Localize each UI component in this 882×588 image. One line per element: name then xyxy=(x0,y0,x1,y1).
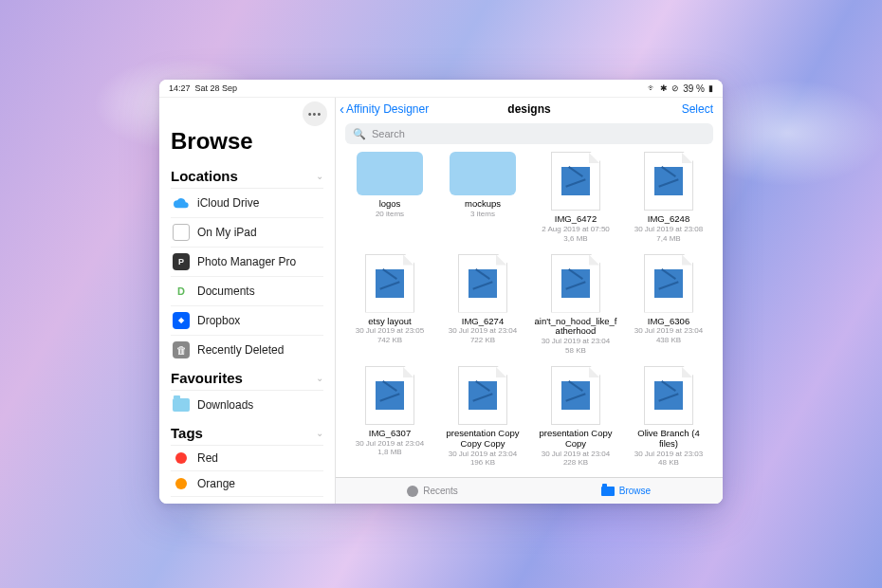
file-grid: logos 20 items mockups 3 items IMG_6472 … xyxy=(336,150,723,477)
back-button[interactable]: ‹ Affinity Designer xyxy=(340,101,429,116)
sidebar-tag-red[interactable]: Red xyxy=(171,446,323,471)
file-item[interactable]: Olive Branch (4 files) 30 Jul 2019 at 23… xyxy=(624,364,713,472)
affinity-icon xyxy=(654,269,683,298)
sidebar-item-label: Dropbox xyxy=(197,314,240,327)
item-size: 58 KB xyxy=(565,346,586,355)
sidebar-item-label: Orange xyxy=(197,477,235,490)
sidebar-item-label: Recently Deleted xyxy=(197,343,284,357)
item-date: 30 Jul 2019 at 23:04 xyxy=(356,439,425,449)
item-name: IMG_6274 xyxy=(462,317,504,327)
item-meta: 3 items xyxy=(470,210,495,219)
dropbox-icon: ⯁ xyxy=(173,312,190,329)
sidebar-item-downloads[interactable]: Downloads xyxy=(171,391,323,419)
item-date: 30 Jul 2019 at 23:04 xyxy=(634,326,704,336)
item-date: 30 Jul 2019 at 23:04 xyxy=(542,337,611,346)
item-date: 30 Jul 2019 at 23:05 xyxy=(356,326,425,336)
sidebar-tag-yellow[interactable]: Yellow xyxy=(171,497,323,504)
item-date: 30 Jul 2019 at 23:04 xyxy=(449,326,518,336)
item-date: 2 Aug 2019 at 07:50 xyxy=(542,225,610,234)
sidebar-item-recently-deleted[interactable]: 🗑 Recently Deleted xyxy=(171,336,323,364)
item-date: 30 Jul 2019 at 23:04 xyxy=(542,450,611,459)
item-size: 196 KB xyxy=(470,458,495,467)
sidebar-tag-orange[interactable]: Orange xyxy=(171,471,323,497)
folder-icon xyxy=(173,398,190,412)
item-name: IMG_6472 xyxy=(555,214,597,225)
file-item[interactable]: etsy layout 30 Jul 2019 at 23:05 742 KB xyxy=(345,252,434,360)
ipad-files-app: 14:27 Sat 28 Sep ᯤ ✱ ⊘ 39 % ▮ ••• Browse… xyxy=(159,80,723,504)
bottom-tab-bar: Recents Browse xyxy=(336,477,723,504)
sidebar-item-label: Downloads xyxy=(197,398,253,412)
tab-browse[interactable]: Browse xyxy=(529,478,723,504)
more-button[interactable]: ••• xyxy=(303,101,327,126)
battery-icon: ▮ xyxy=(708,83,713,93)
sidebar-item-on-my-ipad[interactable]: On My iPad xyxy=(171,218,323,248)
sidebar-item-label: Red xyxy=(197,451,218,465)
tab-recents[interactable]: Recents xyxy=(336,478,529,504)
ipad-icon xyxy=(173,224,190,241)
item-date: 30 Jul 2019 at 23:04 xyxy=(449,450,518,459)
tab-label: Browse xyxy=(619,486,651,496)
item-size: 7,4 MB xyxy=(656,234,680,243)
select-button[interactable]: Select xyxy=(682,102,713,116)
section-locations-header[interactable]: Locations ⌄ xyxy=(171,162,323,189)
section-tags-label: Tags xyxy=(171,425,203,441)
sidebar-item-documents[interactable]: D Documents xyxy=(171,277,323,306)
file-thumb-icon xyxy=(644,366,693,425)
section-locations-label: Locations xyxy=(171,168,238,184)
file-item[interactable]: ain't_no_hood_like_fatherhood 30 Jul 201… xyxy=(531,252,620,360)
folder-icon xyxy=(601,487,615,496)
content-pane: ‹ Affinity Designer designs Select 🔍 Sea… xyxy=(336,98,723,504)
file-thumb-icon xyxy=(365,254,414,313)
affinity-icon xyxy=(376,269,404,298)
file-thumb-icon xyxy=(644,152,693,211)
item-size: 722 KB xyxy=(470,336,495,344)
tag-dot-icon xyxy=(175,478,187,489)
item-name: logos xyxy=(379,199,401,210)
file-thumb-icon xyxy=(551,366,600,425)
affinity-icon xyxy=(469,381,497,410)
affinity-icon xyxy=(469,269,497,298)
search-placeholder: Search xyxy=(372,128,405,139)
item-name: IMG_6307 xyxy=(369,429,411,439)
wifi-icon: ᯤ xyxy=(648,83,656,93)
file-item[interactable]: presentation Copy Copy 30 Jul 2019 at 23… xyxy=(531,364,620,472)
file-item[interactable]: IMG_6274 30 Jul 2019 at 23:04 722 KB xyxy=(438,252,527,360)
item-name: presentation Copy Copy Copy xyxy=(441,429,524,450)
sidebar-item-dropbox[interactable]: ⯁ Dropbox xyxy=(171,306,323,336)
item-size: 438 KB xyxy=(656,336,681,344)
sidebar-item-label: Documents xyxy=(197,285,255,298)
item-name: presentation Copy Copy xyxy=(534,429,617,450)
file-item[interactable]: IMG_6248 30 Jul 2019 at 23:08 7,4 MB xyxy=(624,150,713,248)
section-tags-header[interactable]: Tags ⌄ xyxy=(171,419,323,446)
section-favourites-header[interactable]: Favourites ⌄ xyxy=(171,364,323,391)
affinity-icon xyxy=(654,381,683,410)
file-thumb-icon xyxy=(551,254,600,313)
file-item[interactable]: IMG_6472 2 Aug 2019 at 07:50 3,6 MB xyxy=(531,150,620,248)
item-size: 48 KB xyxy=(658,458,679,467)
file-item[interactable]: IMG_6307 30 Jul 2019 at 23:04 1,8 MB xyxy=(345,364,434,472)
file-thumb-icon xyxy=(458,366,507,425)
item-date: 30 Jul 2019 at 23:08 xyxy=(634,225,704,234)
folder-item[interactable]: logos 20 items xyxy=(345,150,434,248)
search-input[interactable]: 🔍 Search xyxy=(345,123,713,144)
sidebar: ••• Browse Locations ⌄ iCloud Drive On M… xyxy=(159,98,336,504)
item-name: Olive Branch (4 files) xyxy=(627,429,710,450)
chevron-down-icon: ⌄ xyxy=(316,428,323,438)
item-meta: 20 items xyxy=(376,210,404,219)
battery-percent: 39 % xyxy=(683,83,705,94)
file-item[interactable]: IMG_6306 30 Jul 2019 at 23:04 438 KB xyxy=(624,252,713,360)
sidebar-item-label: Photo Manager Pro xyxy=(197,255,296,268)
affinity-icon xyxy=(376,381,404,410)
status-date: Sat 28 Sep xyxy=(195,83,238,93)
folder-item[interactable]: mockups 3 items xyxy=(438,150,527,248)
affinity-icon xyxy=(561,167,590,195)
item-name: mockups xyxy=(465,199,501,210)
item-date: 30 Jul 2019 at 23:03 xyxy=(634,450,704,459)
file-item[interactable]: presentation Copy Copy Copy 30 Jul 2019 … xyxy=(438,364,527,472)
sidebar-item-photo-manager-pro[interactable]: P Photo Manager Pro xyxy=(171,248,323,277)
item-size: 3,6 MB xyxy=(563,234,587,243)
sidebar-item-icloud-drive[interactable]: iCloud Drive xyxy=(171,189,323,218)
section-favourites-label: Favourites xyxy=(171,370,243,386)
sidebar-item-label: iCloud Drive xyxy=(197,196,259,210)
item-size: 228 KB xyxy=(563,458,588,467)
